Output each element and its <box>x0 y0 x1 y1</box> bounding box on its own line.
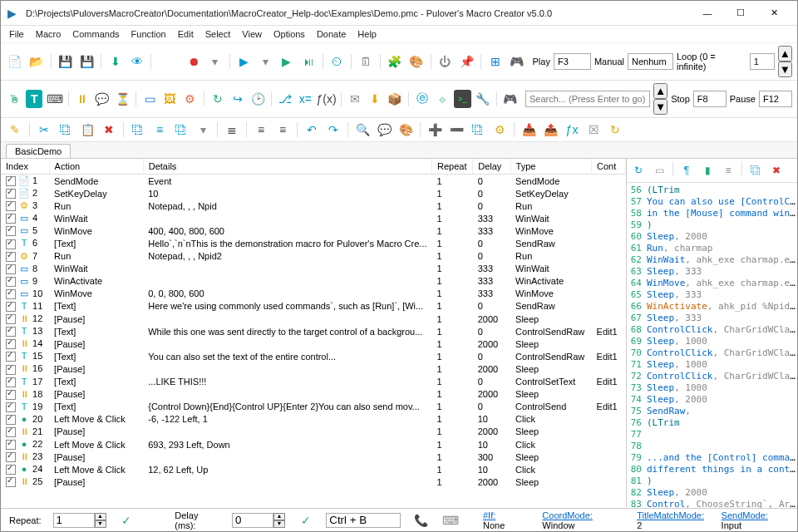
loop-cmd-icon[interactable]: ↻ <box>209 90 226 108</box>
keyboard-status-icon[interactable]: ⌨ <box>442 511 460 530</box>
prev-wrap-icon[interactable]: ≡ <box>719 161 737 180</box>
xbox-icon[interactable]: 🎮 <box>508 52 526 71</box>
save-icon[interactable]: 💾 <box>56 52 74 71</box>
tools-icon[interactable]: 🔧 <box>475 90 491 108</box>
edit-icon[interactable]: ✎ <box>6 121 24 139</box>
duplicate-icon[interactable]: ⿻ <box>129 121 147 139</box>
if-icon[interactable]: ⎇ <box>277 90 293 108</box>
if-link[interactable]: #If: <box>483 510 495 520</box>
column-details[interactable]: Details <box>143 159 431 175</box>
new-icon[interactable]: 📄 <box>6 52 24 71</box>
mouse-icon[interactable]: 🖱 <box>6 90 22 108</box>
close-button[interactable]: ✕ <box>757 2 791 25</box>
undo-icon[interactable]: ↶ <box>303 121 321 139</box>
play-sel-icon[interactable]: ▶ <box>278 52 296 71</box>
menu-options[interactable]: Options <box>273 29 305 39</box>
table-row[interactable]: T 13[Text]While this one was sent direct… <box>1 325 626 337</box>
import-icon[interactable]: 📥 <box>520 121 538 139</box>
row-checkbox[interactable] <box>6 390 16 400</box>
window-cmd-icon[interactable]: ▭ <box>141 90 158 108</box>
zip-icon[interactable]: 📦 <box>387 90 403 108</box>
power-icon[interactable]: ⏻ <box>436 52 455 71</box>
titlematch-link[interactable]: TitleMatchMode: <box>637 510 704 520</box>
prev-pilcrow-icon[interactable]: ¶ <box>677 161 696 180</box>
copy-icon[interactable]: ⿻ <box>57 121 75 139</box>
table-row[interactable]: ● 24Left Move & Click12, 62 Left, Up110C… <box>1 463 626 475</box>
image-icon[interactable]: 🖼 <box>161 90 178 108</box>
loop-input[interactable] <box>750 53 775 70</box>
timer-icon[interactable]: ⏳ <box>114 90 131 108</box>
column-action[interactable]: Action <box>49 159 143 175</box>
sendmode-link[interactable]: SendMode: <box>722 510 768 520</box>
menu-function[interactable]: Function <box>131 29 166 39</box>
row-checkbox[interactable] <box>6 226 16 236</box>
play-icon[interactable]: ▶ <box>235 52 254 71</box>
prev-close-icon[interactable]: ✖ <box>767 161 786 180</box>
search-input[interactable] <box>525 91 650 107</box>
preview-icon[interactable]: 👁 <box>128 52 146 71</box>
align-left-icon[interactable]: ≡ <box>252 121 270 139</box>
status-hotkey-input[interactable] <box>326 513 401 528</box>
row-checkbox[interactable] <box>6 314 16 324</box>
variable-icon[interactable]: x= <box>297 90 313 108</box>
table-row[interactable]: ⚙ 3RunNotepad, , , Npid10Run <box>1 200 626 212</box>
history-icon[interactable]: 🕑 <box>249 90 266 108</box>
row-checkbox[interactable] <box>6 252 16 262</box>
keyboard-icon[interactable]: ⌨ <box>46 90 62 108</box>
sql-icon[interactable]: >_ <box>454 90 470 108</box>
delete-icon[interactable]: ✖ <box>100 121 118 139</box>
table-row[interactable]: 📄 1SendModeEvent10SendMode <box>1 175 626 188</box>
menu-file[interactable]: File <box>9 29 24 39</box>
row-checkbox[interactable] <box>6 402 16 412</box>
row-checkbox[interactable] <box>6 176 16 186</box>
dup-tab-icon[interactable]: ⿻ <box>469 121 487 139</box>
table-row[interactable]: ● 20Left Move & Click-6, -122 Left, 1110… <box>1 413 626 426</box>
table-row[interactable]: T 11[Text]Here we're using commonly used… <box>1 300 626 313</box>
find-icon[interactable]: 🔍 <box>353 121 372 139</box>
tab-basicdemo[interactable]: BasicDemo <box>6 144 71 158</box>
table-row[interactable]: ⚙ 7RunNotepad, , , Npid210Run <box>1 250 626 263</box>
phone-icon[interactable]: 📞 <box>412 511 430 530</box>
select-all-icon[interactable]: ≡ <box>150 121 169 139</box>
row-checkbox[interactable] <box>6 277 16 287</box>
function-icon[interactable]: ƒ(x) <box>318 90 336 108</box>
row-checkbox[interactable] <box>6 189 16 199</box>
comment-icon[interactable]: 💬 <box>375 121 393 139</box>
table-row[interactable]: 📄 2SetKeyDelay1010SetKeyDelay <box>1 187 626 200</box>
status-delay-input[interactable] <box>232 513 273 528</box>
row-checkbox[interactable] <box>6 352 16 362</box>
align-right-icon[interactable]: ≡ <box>273 121 292 139</box>
column-repeat[interactable]: Repeat <box>432 159 473 175</box>
schedule-icon[interactable]: 🗓 <box>357 52 375 71</box>
table-row[interactable]: ▭ 5WinMove400, 400, 800, 6001333WinMove <box>1 224 626 237</box>
row-checkbox[interactable] <box>6 365 16 375</box>
search-up[interactable]: ▲ <box>653 83 667 99</box>
ie-icon[interactable]: ⓔ <box>414 90 431 108</box>
row-checkbox[interactable] <box>6 377 16 387</box>
coordmode-link[interactable]: CoordMode: <box>542 510 593 520</box>
row-checkbox[interactable] <box>6 201 16 211</box>
row-checkbox[interactable] <box>6 452 16 462</box>
row-checkbox[interactable] <box>6 427 16 437</box>
prev-collapse-icon[interactable]: ▭ <box>650 161 668 180</box>
download-icon[interactable]: ⬇ <box>367 90 383 108</box>
ontop-icon[interactable]: 📌 <box>457 52 475 71</box>
play-menu-icon[interactable]: ▾ <box>256 52 274 71</box>
row-checkbox[interactable] <box>6 465 16 475</box>
column-type[interactable]: Type <box>510 159 591 175</box>
text-icon[interactable]: T <box>26 90 42 108</box>
row-checkbox[interactable] <box>6 477 16 487</box>
add-tab-icon[interactable]: ➕ <box>426 121 444 139</box>
x-block-icon[interactable]: ☒ <box>584 121 603 139</box>
list-icon[interactable]: ≣ <box>223 121 241 139</box>
menu-macro[interactable]: Macro <box>36 29 62 39</box>
repeat-apply-icon[interactable]: ✓ <box>118 511 135 530</box>
copy-line-icon[interactable]: ⿻ <box>172 121 190 139</box>
table-row[interactable]: ▭ 8WinWait1333WinWait <box>1 263 626 275</box>
play-hotkey-input[interactable] <box>554 53 591 70</box>
table-row[interactable]: ⏸ 21[Pause]12000Sleep <box>1 426 626 438</box>
pause-cmd-icon[interactable]: ⏸ <box>74 90 91 108</box>
app-settings-icon[interactable]: 🧩 <box>386 52 404 71</box>
menu-commands[interactable]: Commands <box>72 29 119 39</box>
record-icon[interactable]: ⏺ <box>185 52 203 71</box>
